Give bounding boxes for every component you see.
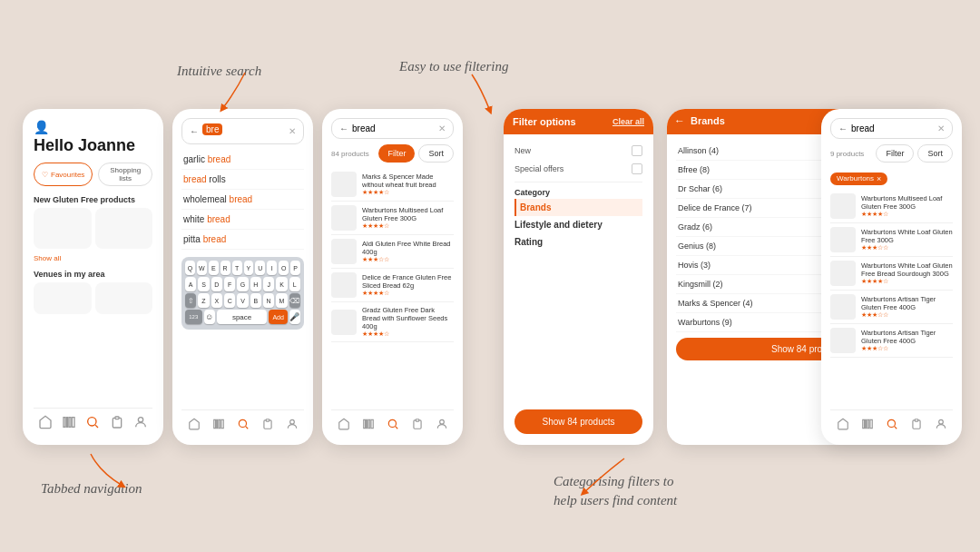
- nav-home-icon-2[interactable]: [186, 416, 202, 432]
- nav-list-icon[interactable]: [109, 414, 125, 430]
- clear-icon[interactable]: ✕: [289, 126, 296, 136]
- clear-icon-6[interactable]: ✕: [937, 123, 945, 133]
- search-bar-6[interactable]: ← bread ✕: [830, 118, 953, 139]
- back-icon-3[interactable]: ←: [339, 123, 348, 133]
- suggestion-5[interactable]: pitta bread: [181, 230, 304, 250]
- nav-barcode-icon-3[interactable]: [360, 416, 377, 432]
- key-add[interactable]: Add: [269, 310, 287, 324]
- product-info-5: Gradz Gluten Free Dark Bread with Sunflo…: [362, 306, 454, 338]
- phone-screen-search: ← bre ✕ garlic bread bread rolls wholeme…: [172, 109, 313, 445]
- key-w[interactable]: W: [197, 261, 207, 275]
- key-y[interactable]: Y: [244, 261, 254, 275]
- nav-search-icon[interactable]: [84, 414, 101, 430]
- brands-section-title[interactable]: Brands: [514, 199, 642, 216]
- suggestion-1[interactable]: garlic bread: [181, 150, 304, 170]
- filter-button-3[interactable]: Filter: [378, 144, 415, 163]
- key-mic[interactable]: 🎤: [289, 310, 300, 324]
- clear-all-button[interactable]: Clear all: [612, 117, 644, 126]
- checkbox-new[interactable]: [632, 145, 642, 156]
- key-x[interactable]: X: [211, 293, 222, 308]
- filter-special[interactable]: Special offers: [514, 160, 642, 178]
- nav-list-icon-3[interactable]: [409, 416, 426, 432]
- shopping-lists-button[interactable]: Shopping lists: [98, 163, 152, 186]
- svg-line-29: [894, 427, 897, 429]
- product-info-4: Delice de France Gluten Free Sliced Brea…: [362, 273, 454, 297]
- tab-navigation: [34, 408, 152, 434]
- checkbox-special[interactable]: [632, 163, 642, 174]
- show-products-button[interactable]: Show 84 products: [514, 409, 642, 434]
- key-shift[interactable]: ⇧: [185, 293, 196, 308]
- suggestion-4[interactable]: white bread: [181, 210, 304, 230]
- key-space[interactable]: space: [217, 310, 268, 324]
- brands-back-icon[interactable]: ←: [674, 114, 685, 127]
- key-j[interactable]: J: [263, 277, 274, 291]
- nav-search-icon-6[interactable]: [884, 416, 900, 432]
- suggestion-2[interactable]: bread rolls: [181, 170, 304, 190]
- key-v[interactable]: V: [237, 293, 248, 308]
- key-e[interactable]: E: [209, 261, 219, 275]
- nav-search-icon-3[interactable]: [385, 416, 401, 432]
- key-123[interactable]: 123: [185, 310, 202, 324]
- nav-list-icon-6[interactable]: [908, 416, 925, 432]
- filter-new[interactable]: New: [514, 142, 642, 160]
- filter-button-6[interactable]: Filter: [876, 144, 914, 163]
- nav-barcode-icon[interactable]: [61, 414, 77, 430]
- warburtons-chip[interactable]: Warburtons ×: [830, 172, 887, 185]
- suggestion-3[interactable]: wholemeal bread: [181, 190, 304, 210]
- key-o[interactable]: O: [279, 261, 289, 275]
- nav-home-icon[interactable]: [37, 414, 54, 430]
- key-g[interactable]: G: [237, 277, 248, 291]
- nav-barcode-icon-2[interactable]: [211, 416, 227, 432]
- nav-account-icon-3[interactable]: [434, 416, 450, 432]
- key-t[interactable]: T: [232, 261, 242, 275]
- key-delete[interactable]: ⌫: [289, 293, 300, 308]
- back-icon[interactable]: ←: [190, 126, 199, 136]
- key-h[interactable]: H: [250, 277, 261, 291]
- key-p[interactable]: P: [290, 261, 300, 275]
- search-input[interactable]: bre: [202, 123, 289, 139]
- key-a[interactable]: A: [185, 277, 196, 291]
- sort-button-3[interactable]: Sort: [418, 144, 454, 163]
- nav-home-icon-6[interactable]: [835, 416, 851, 432]
- svg-rect-25: [865, 419, 866, 428]
- search-bar-3[interactable]: ← bread ✕: [331, 118, 454, 139]
- nav-home-icon-3[interactable]: [336, 416, 352, 432]
- product-info-1: Marks & Spencer Made without wheat fruit…: [362, 172, 454, 196]
- key-i[interactable]: I: [267, 261, 277, 275]
- annotation-categorising: Categorising filters tohelp users find c…: [554, 472, 677, 510]
- key-l[interactable]: L: [289, 277, 300, 291]
- clear-icon-3[interactable]: ✕: [438, 123, 446, 133]
- chip-close-icon[interactable]: ×: [877, 174, 881, 183]
- nav-account-icon-6[interactable]: [933, 416, 949, 432]
- key-n[interactable]: N: [263, 293, 274, 308]
- product-list-3: Marks & Spencer Made without wheat fruit…: [331, 168, 454, 342]
- nav-barcode-icon-6[interactable]: [859, 416, 876, 432]
- key-b[interactable]: B: [250, 293, 261, 308]
- key-r[interactable]: R: [220, 261, 230, 275]
- lifestyle-section-title[interactable]: Lifestyle and dietery: [514, 216, 642, 233]
- key-emoji[interactable]: ☺: [204, 310, 215, 324]
- show-all-link[interactable]: Show all: [34, 254, 152, 262]
- key-f[interactable]: F: [224, 277, 235, 291]
- nav-list-icon-2[interactable]: [260, 416, 276, 432]
- key-z[interactable]: Z: [198, 293, 209, 308]
- key-s[interactable]: S: [198, 277, 209, 291]
- venue-card-1: [34, 282, 92, 314]
- product-item-1: Marks & Spencer Made without wheat fruit…: [331, 168, 454, 202]
- svg-point-12: [239, 419, 246, 427]
- nav-search-icon-2[interactable]: [235, 416, 251, 432]
- key-d[interactable]: D: [211, 277, 222, 291]
- nav-account-icon-2[interactable]: [284, 416, 300, 432]
- back-icon-6[interactable]: ←: [838, 123, 848, 133]
- key-k[interactable]: K: [276, 277, 287, 291]
- favourites-button[interactable]: ♡ Favourites: [34, 163, 93, 186]
- svg-rect-17: [366, 419, 367, 428]
- key-m[interactable]: M: [276, 293, 287, 308]
- search-bar[interactable]: ← bre ✕: [181, 118, 304, 144]
- sort-button-6[interactable]: Sort: [917, 144, 953, 163]
- key-c[interactable]: C: [224, 293, 235, 308]
- rating-section-title[interactable]: Rating: [514, 233, 642, 251]
- nav-account-icon[interactable]: [132, 414, 149, 430]
- key-q[interactable]: Q: [185, 261, 195, 275]
- key-u[interactable]: U: [255, 261, 265, 275]
